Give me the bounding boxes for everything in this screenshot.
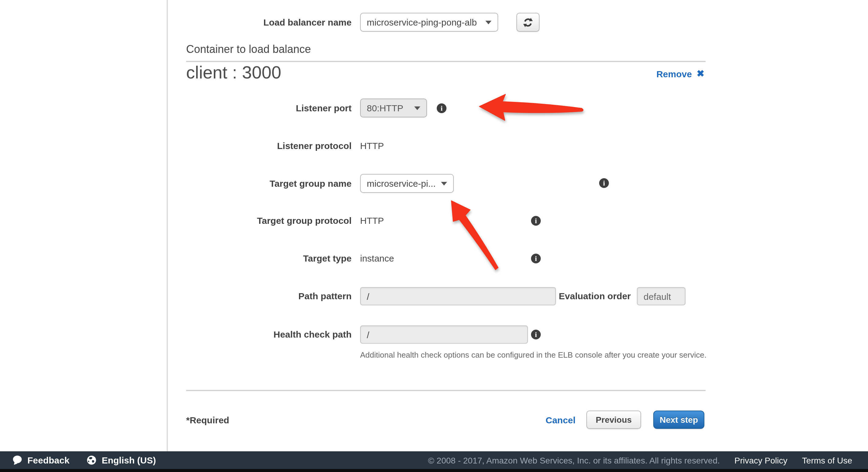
feedback-bubble-icon <box>12 455 23 465</box>
language-selector[interactable]: English (US) <box>86 455 156 465</box>
target-group-name-select[interactable]: microservice-pi... <box>360 174 454 193</box>
target-group-protocol-value: HTTP <box>360 215 384 227</box>
health-check-info-icon[interactable]: i <box>531 330 541 339</box>
path-pattern-input[interactable] <box>360 287 556 305</box>
remove-link[interactable]: Remove ✖ <box>656 68 704 79</box>
health-check-path-label: Health check path <box>186 325 351 344</box>
required-note: *Required <box>186 415 229 425</box>
listener-port-info-icon[interactable]: i <box>437 103 446 113</box>
refresh-icon <box>523 17 533 27</box>
ecs-configure-service-page: Load balancer name microservice-ping-pon… <box>0 0 868 472</box>
path-pattern-label: Path pattern <box>186 287 351 305</box>
cancel-button[interactable]: Cancel <box>546 415 576 425</box>
target-group-name-info-icon[interactable]: i <box>599 178 609 188</box>
screen-bottom-strip <box>0 469 868 472</box>
listener-protocol-label: Listener protocol <box>186 140 351 152</box>
target-group-protocol-info-icon[interactable]: i <box>531 216 541 226</box>
section-divider <box>186 61 706 62</box>
health-check-path-input[interactable] <box>360 325 528 344</box>
load-balancer-name-value: microservice-ping-pong-alb <box>367 17 479 27</box>
target-type-info-icon[interactable]: i <box>531 254 541 263</box>
terms-of-use-link[interactable]: Terms of Use <box>802 455 852 465</box>
section-heading: Container to load balance <box>186 43 311 56</box>
refresh-button[interactable] <box>517 13 539 32</box>
evaluation-order-input[interactable] <box>637 287 685 305</box>
load-balancer-name-label: Load balancer name <box>186 13 351 32</box>
next-step-button[interactable]: Next step <box>653 411 704 429</box>
listener-port-select[interactable]: 80:HTTP <box>360 98 427 117</box>
health-check-note: Additional health check options can be c… <box>360 350 707 359</box>
evaluation-order-label: Evaluation order <box>535 287 631 305</box>
load-balancer-name-select[interactable]: microservice-ping-pong-alb <box>360 13 498 32</box>
target-group-name-value: microservice-pi... <box>367 178 435 189</box>
target-type-label: Target type <box>186 252 351 264</box>
actions-divider <box>186 390 706 391</box>
feedback-button[interactable]: Feedback <box>12 455 69 465</box>
chevron-down-icon <box>441 182 447 185</box>
target-type-value: instance <box>360 252 394 264</box>
annotation-arrow-target-group <box>442 193 505 274</box>
remove-label: Remove <box>656 68 692 79</box>
language-label: English (US) <box>101 455 156 465</box>
listener-protocol-value: HTTP <box>360 140 384 152</box>
listener-port-value: 80:HTTP <box>367 103 408 113</box>
globe-icon <box>86 455 97 465</box>
remove-x-icon: ✖ <box>697 68 704 79</box>
target-group-protocol-label: Target group protocol <box>186 215 351 227</box>
listener-port-label: Listener port <box>186 98 351 117</box>
privacy-policy-link[interactable]: Privacy Policy <box>735 455 787 465</box>
target-group-name-label: Target group name <box>186 174 351 193</box>
chevron-down-icon <box>486 20 492 24</box>
footer-bar: Feedback English (US) © 2008 - 2017, Ama… <box>0 451 868 469</box>
container-title: client : 3000 <box>186 63 281 83</box>
sidebar-divider <box>167 0 168 451</box>
copyright-text: © 2008 - 2017, Amazon Web Services, Inc.… <box>428 455 720 465</box>
feedback-label: Feedback <box>27 455 69 465</box>
annotation-arrow-listener-port <box>473 89 589 128</box>
previous-button[interactable]: Previous <box>586 411 641 429</box>
chevron-down-icon <box>414 106 420 110</box>
